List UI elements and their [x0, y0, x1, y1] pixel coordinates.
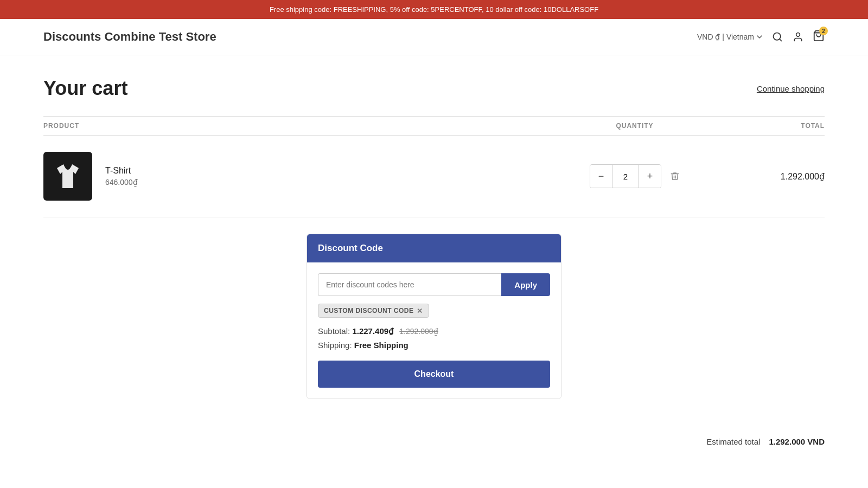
discount-header: Discount Code [307, 234, 561, 262]
header: Discounts Combine Test Store VND ₫ | Vie… [0, 19, 868, 55]
header-right: VND ₫ | Vietnam 2 [697, 30, 825, 44]
cart-badge: 2 [819, 27, 828, 35]
quantity-control: − + [553, 164, 716, 188]
chevron-down-icon [756, 34, 763, 40]
checkout-button[interactable]: Checkout [318, 361, 550, 388]
product-image [43, 152, 92, 201]
delete-item-button[interactable] [670, 171, 680, 181]
discount-input-row: Apply [318, 273, 550, 296]
trash-icon [670, 171, 680, 181]
shipping-label: Shipping: [318, 341, 352, 350]
product-price: 646.000₫ [105, 178, 138, 187]
cart-table-header: PRODUCT QUANTITY TOTAL [43, 116, 825, 136]
quantity-increase-button[interactable]: + [639, 165, 661, 188]
announcement-bar: Free shipping code: FREESHIPPING, 5% off… [0, 0, 868, 19]
quantity-decrease-button[interactable]: − [590, 165, 612, 188]
estimated-label: Estimated total [706, 437, 760, 446]
store-name: Discounts Combine Test Store [43, 30, 216, 44]
discount-input[interactable] [318, 273, 501, 296]
currency-label: VND ₫ | Vietnam [697, 33, 754, 41]
currency-selector[interactable]: VND ₫ | Vietnam [697, 33, 763, 41]
cart-icon[interactable]: 2 [813, 30, 825, 44]
account-icon[interactable] [792, 31, 804, 43]
estimated-total: Estimated total 1.292.000 VND [0, 421, 868, 463]
announcement-text: Free shipping code: FREESHIPPING, 5% off… [270, 5, 598, 14]
item-total: 1.292.000₫ [716, 171, 825, 182]
svg-point-2 [796, 33, 800, 37]
product-name: T-Shirt [105, 166, 138, 176]
estimated-amount: 1.292.000 VND [769, 437, 825, 446]
apply-button[interactable]: Apply [501, 273, 550, 296]
subtotal-row: Subtotal: 1.227.409₫ 1.292.000₫ [318, 326, 550, 336]
product-thumbnail [52, 160, 84, 192]
main-content: Your cart Continue shopping PRODUCT QUAN… [0, 55, 868, 421]
quantity-wrapper: − + [590, 164, 661, 188]
subtotal-new-price: 1.227.409₫ [352, 326, 394, 336]
product-details: T-Shirt 646.000₫ [105, 166, 138, 187]
table-row: T-Shirt 646.000₫ − + 1.292.000₫ [43, 136, 825, 217]
subtotal-old-price: 1.292.000₫ [399, 327, 438, 336]
svg-line-1 [780, 39, 782, 41]
column-total: TOTAL [716, 122, 825, 130]
search-icon[interactable] [771, 31, 783, 43]
column-product: PRODUCT [43, 122, 553, 130]
continue-shopping-link[interactable]: Continue shopping [757, 84, 825, 93]
shipping-row: Shipping: Free Shipping [318, 341, 550, 350]
discount-body: Apply CUSTOM DISCOUNT CODE ✕ Subtotal: 1… [307, 262, 561, 399]
shipping-value: Free Shipping [354, 341, 409, 350]
discount-section: Discount Code Apply CUSTOM DISCOUNT CODE… [307, 234, 561, 399]
column-quantity: QUANTITY [553, 122, 716, 130]
discount-code-label: CUSTOM DISCOUNT CODE [324, 307, 413, 314]
remove-discount-button[interactable]: ✕ [417, 307, 423, 314]
cart-header: Your cart Continue shopping [43, 77, 825, 100]
discount-tag: CUSTOM DISCOUNT CODE ✕ [318, 304, 429, 318]
product-info: T-Shirt 646.000₫ [43, 152, 553, 201]
subtotal-label: Subtotal: [318, 326, 350, 336]
quantity-input[interactable] [612, 165, 639, 188]
page-title: Your cart [43, 77, 127, 100]
